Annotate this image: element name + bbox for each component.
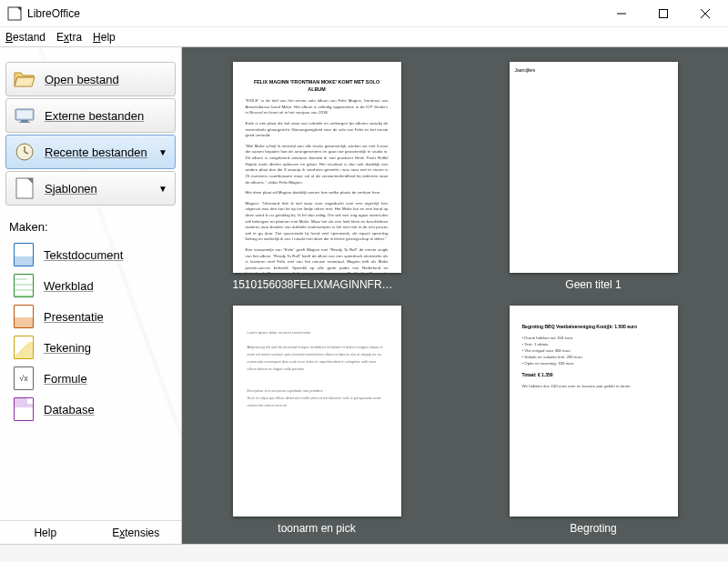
create-math-label: Formule	[44, 372, 87, 386]
minimize-button[interactable]	[601, 0, 642, 27]
remote-files-button[interactable]: Externe bestanden	[5, 98, 176, 133]
create-text-document[interactable]: Tekstdocument	[4, 239, 177, 270]
recent-documents-grid: FELIX MAGINN 'FRONTMAN MOKE' KOMT MET SO…	[206, 62, 704, 535]
create-formula[interactable]: √x Formule	[4, 363, 177, 394]
thumbnail: FELIX MAGINN 'FRONTMAN MOKE' KOMT MET SO…	[233, 62, 401, 273]
create-text-label: Tekstdocument	[44, 248, 123, 262]
titlebar: LibreOffice	[0, 0, 728, 27]
chevron-down-icon: ▼	[158, 147, 167, 157]
writer-icon	[13, 244, 35, 266]
remote-files-icon	[14, 105, 35, 126]
create-spreadsheet[interactable]: Werkblad	[4, 270, 177, 301]
math-icon: √x	[13, 367, 35, 389]
create-impress-label: Presentatie	[44, 310, 104, 324]
svg-rect-12	[16, 178, 33, 198]
create-database[interactable]: Database	[4, 394, 177, 425]
close-button[interactable]	[684, 0, 726, 27]
open-file-label: Open bestand	[45, 73, 167, 86]
menu-extra[interactable]: Extra	[56, 31, 82, 44]
open-file-button[interactable]: Open bestand	[5, 62, 176, 96]
recent-doc-1[interactable]: FELIX MAGINN 'FRONTMAN MOKE' KOMT MET SO…	[206, 62, 428, 291]
create-heading: Maken:	[9, 220, 172, 234]
recent-doc-caption: toonarm en pick	[278, 522, 355, 535]
svg-rect-8	[19, 122, 30, 123]
recent-doc-caption: Geen titel 1	[565, 278, 621, 291]
window-title: LibreOffice	[27, 7, 601, 20]
impress-icon	[13, 306, 35, 327]
templates-button[interactable]: Sjablonen ▼	[5, 171, 176, 206]
create-calc-label: Werkblad	[44, 279, 94, 293]
thumbnail: Begroting BBQ Voetbalvereniging Kooij(k:…	[510, 306, 678, 517]
svg-rect-7	[21, 120, 28, 122]
folder-open-icon	[14, 68, 35, 90]
calc-icon	[13, 275, 35, 296]
clock-icon	[14, 141, 35, 163]
main: Open bestand Externe bestanden Recente b…	[0, 47, 728, 544]
recent-doc-caption: 1510156038FELIXMAGINNFRON…	[233, 278, 401, 291]
create-drawing[interactable]: Tekening	[4, 332, 177, 363]
recent-doc-2[interactable]: Jaarcijfers Geen titel 1	[482, 62, 704, 291]
draw-icon	[13, 336, 35, 358]
statusbar	[0, 544, 728, 562]
sidebar-footer: Help Extensies	[0, 520, 181, 544]
create-base-label: Database	[44, 403, 95, 416]
svg-rect-6	[17, 111, 32, 118]
base-icon	[13, 398, 35, 420]
recent-documents-area: FELIX MAGINN 'FRONTMAN MOKE' KOMT MET SO…	[182, 47, 728, 544]
svg-rect-0	[8, 7, 21, 20]
recent-files-label: Recente bestanden	[45, 146, 158, 159]
templates-icon	[14, 177, 35, 199]
remote-files-label: Externe bestanden	[45, 109, 167, 123]
recent-doc-3[interactable]: Lorem ipsum dolor sit amet consectetur A…	[206, 306, 428, 535]
recent-doc-caption: Begroting	[570, 522, 616, 535]
svg-rect-2	[660, 9, 668, 17]
footer-help[interactable]: Help	[0, 527, 91, 539]
footer-extensions[interactable]: Extensies	[91, 527, 182, 539]
thumbnail: Lorem ipsum dolor sit amet consectetur A…	[233, 306, 401, 517]
templates-label: Sjablonen	[45, 182, 158, 196]
chevron-down-icon: ▼	[158, 184, 167, 194]
create-presentation[interactable]: Presentatie	[4, 301, 177, 332]
menu-file[interactable]: Bestand	[5, 31, 46, 44]
create-draw-label: Tekening	[44, 341, 91, 355]
thumbnail: Jaarcijfers	[510, 62, 678, 273]
recent-doc-4[interactable]: Begroting BBQ Voetbalvereniging Kooij(k:…	[482, 306, 704, 535]
sidebar: Open bestand Externe bestanden Recente b…	[0, 47, 182, 544]
recent-files-button[interactable]: Recente bestanden ▼	[5, 135, 176, 169]
libreoffice-icon	[7, 6, 22, 21]
menubar: Bestand Extra Help	[0, 27, 728, 47]
maximize-button[interactable]	[642, 0, 684, 27]
menu-help[interactable]: Help	[93, 31, 116, 44]
